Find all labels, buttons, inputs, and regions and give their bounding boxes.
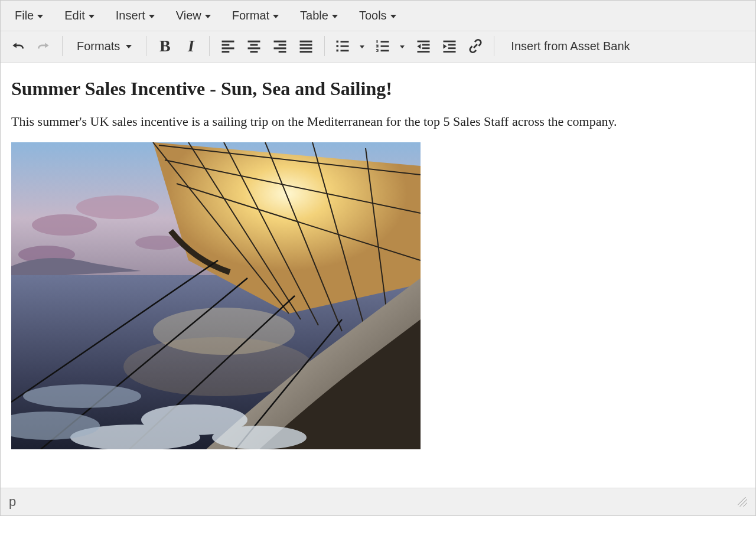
link-icon	[467, 38, 484, 54]
asset-bank-label: Insert from Asset Bank	[511, 40, 630, 53]
number-list-split-button	[371, 34, 410, 58]
formats-dropdown[interactable]: Formats	[69, 34, 140, 58]
caret-down-icon	[37, 15, 43, 18]
svg-rect-12	[300, 41, 312, 43]
indent-button[interactable]	[437, 34, 462, 58]
insert-from-asset-bank-button[interactable]: Insert from Asset Bank	[500, 34, 640, 58]
toolbar-separator	[494, 36, 494, 56]
align-left-icon	[220, 38, 236, 54]
svg-rect-16	[337, 41, 339, 43]
svg-rect-38	[448, 47, 456, 49]
italic-icon: I	[188, 37, 194, 55]
menu-label: Tools	[359, 9, 387, 22]
bullet-list-button[interactable]	[331, 34, 354, 58]
caret-down-icon	[149, 15, 155, 18]
svg-rect-26	[376, 49, 379, 50]
menu-label: Format	[232, 9, 269, 22]
menu-tools[interactable]: Tools	[350, 4, 406, 27]
svg-rect-37	[448, 44, 456, 46]
number-list-dropdown[interactable]	[395, 34, 410, 58]
indent-icon	[441, 38, 458, 54]
svg-rect-7	[250, 51, 258, 53]
svg-rect-17	[337, 45, 339, 47]
menu-edit[interactable]: Edit	[55, 4, 103, 27]
caret-down-icon	[390, 15, 396, 18]
sailing-photo-icon	[11, 142, 421, 449]
toolbar: Formats B I	[1, 31, 755, 63]
menu-format[interactable]: Format	[223, 4, 288, 27]
align-right-button[interactable]	[268, 34, 292, 58]
bullet-list-dropdown[interactable]	[354, 34, 370, 58]
svg-rect-2	[222, 47, 234, 49]
svg-rect-27	[377, 50, 379, 51]
caret-down-icon	[89, 15, 94, 18]
svg-point-41	[32, 214, 97, 236]
menu-label: File	[15, 9, 34, 22]
menu-view[interactable]: View	[167, 4, 220, 27]
caret-down-icon	[332, 15, 338, 18]
svg-rect-10	[274, 47, 286, 49]
svg-rect-33	[422, 44, 430, 46]
svg-rect-23	[376, 45, 379, 46]
svg-rect-3	[222, 51, 230, 53]
svg-rect-4	[248, 41, 260, 43]
svg-rect-22	[377, 40, 378, 43]
svg-rect-20	[341, 45, 349, 47]
toolbar-separator	[324, 36, 325, 56]
svg-rect-18	[337, 50, 339, 52]
svg-rect-15	[300, 51, 312, 53]
caret-down-icon	[126, 45, 132, 48]
bold-icon: B	[159, 37, 171, 55]
menu-table[interactable]: Table	[291, 4, 347, 27]
bold-button[interactable]: B	[152, 34, 177, 58]
caret-down-icon	[400, 45, 405, 48]
menu-label: Edit	[64, 9, 84, 22]
svg-point-42	[76, 195, 159, 219]
svg-rect-6	[248, 47, 260, 49]
align-justify-icon	[298, 38, 314, 54]
svg-rect-30	[381, 45, 389, 47]
content-paragraph[interactable]: This summer's UK sales incentive is a sa…	[11, 113, 661, 130]
number-list-icon	[374, 38, 391, 54]
svg-rect-1	[222, 44, 230, 46]
svg-rect-19	[341, 41, 349, 43]
undo-icon	[10, 38, 25, 54]
svg-rect-21	[341, 50, 349, 51]
menu-insert[interactable]: Insert	[106, 4, 164, 27]
toolbar-separator	[62, 36, 63, 56]
svg-rect-9	[279, 44, 286, 46]
align-left-button[interactable]	[216, 34, 240, 58]
svg-point-64	[23, 384, 141, 408]
caret-down-icon	[205, 15, 211, 18]
svg-rect-35	[418, 51, 430, 53]
resize-grip-icon[interactable]	[738, 497, 747, 507]
svg-rect-0	[222, 41, 234, 43]
svg-rect-14	[300, 47, 312, 49]
outdent-button[interactable]	[411, 34, 436, 58]
svg-point-63	[212, 426, 307, 449]
menu-label: Table	[300, 9, 328, 22]
undo-button[interactable]	[5, 34, 30, 58]
redo-button[interactable]	[31, 34, 56, 58]
bullet-list-icon	[334, 38, 351, 54]
content-image[interactable]	[11, 142, 421, 449]
svg-rect-32	[418, 41, 430, 43]
formats-label: Formats	[77, 40, 120, 53]
svg-rect-39	[444, 51, 456, 53]
number-list-button[interactable]	[371, 34, 395, 58]
editor-content[interactable]: Summer Sales Incentive - Sun, Sea and Sa…	[1, 63, 755, 488]
svg-rect-11	[279, 51, 286, 53]
redo-icon	[36, 38, 51, 54]
align-right-icon	[272, 38, 288, 54]
align-center-icon	[246, 38, 262, 54]
content-heading[interactable]: Summer Sales Incentive - Sun, Sea and Sa…	[11, 78, 745, 100]
align-center-button[interactable]	[242, 34, 266, 58]
element-path[interactable]: p	[9, 494, 16, 510]
bullet-list-split-button	[331, 34, 370, 58]
outdent-icon	[415, 38, 432, 54]
align-justify-button[interactable]	[294, 34, 318, 58]
link-button[interactable]	[463, 34, 488, 58]
italic-button[interactable]: I	[178, 34, 203, 58]
menu-file[interactable]: File	[5, 4, 53, 27]
svg-rect-24	[377, 45, 379, 47]
